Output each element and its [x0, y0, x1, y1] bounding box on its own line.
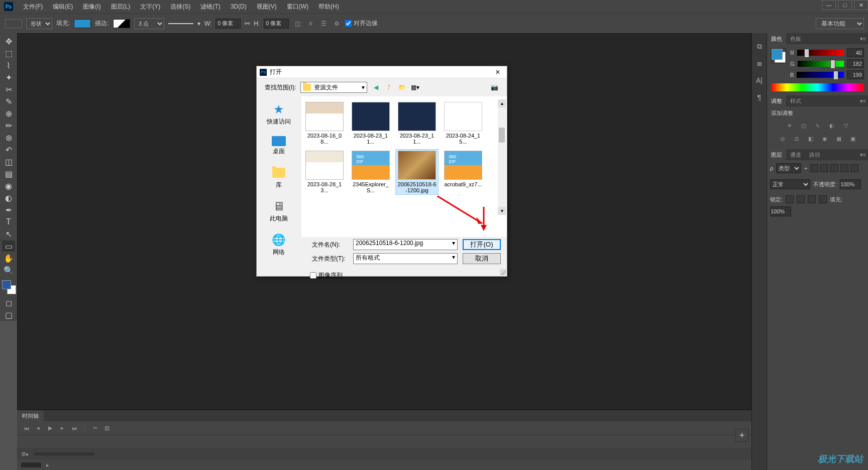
filter-type-icon[interactable]: [830, 164, 838, 172]
height-input[interactable]: [264, 19, 289, 29]
r-slider[interactable]: [797, 50, 844, 56]
zoom-tool[interactable]: 🔍: [2, 265, 15, 276]
menu-view[interactable]: 视图(V): [252, 3, 282, 11]
tab-timeline[interactable]: 时间轴: [17, 410, 44, 421]
align-edges-checkbox[interactable]: [345, 20, 352, 27]
align-icon[interactable]: ≡: [306, 19, 315, 28]
last-frame-icon[interactable]: ⏭: [70, 425, 78, 431]
b-input[interactable]: [847, 70, 864, 79]
zoom-slider[interactable]: [34, 452, 94, 455]
history-icon[interactable]: ⧉: [754, 41, 765, 51]
next-frame-icon[interactable]: ▸: [58, 425, 66, 431]
file-item-selected[interactable]: 20062510518-6-1200.jpg: [395, 149, 439, 195]
hue-icon[interactable]: ◎: [778, 134, 787, 143]
up-icon[interactable]: ⤴: [384, 83, 393, 92]
tab-color[interactable]: 颜色: [767, 33, 786, 44]
heal-tool[interactable]: ⊕: [2, 108, 15, 119]
lookin-combo[interactable]: 资源文件 ▾: [300, 82, 368, 93]
scroll-up-icon[interactable]: ▴: [498, 99, 506, 107]
menu-help[interactable]: 帮助(H): [313, 3, 344, 11]
menu-type[interactable]: 文字(Y): [135, 3, 165, 11]
close-button[interactable]: ✕: [854, 0, 868, 10]
first-frame-icon[interactable]: ⏮: [22, 425, 30, 431]
filetype-select[interactable]: 所有格式▾: [353, 253, 458, 264]
add-media-button[interactable]: +: [735, 429, 748, 442]
scroll-down-icon[interactable]: ▾: [498, 207, 506, 215]
sidebar-thispc[interactable]: 🖥此电脑: [257, 196, 300, 226]
tab-layers[interactable]: 图层: [767, 149, 786, 160]
sidebar-library[interactable]: 库: [257, 163, 300, 192]
filter-adjust-icon[interactable]: [820, 164, 828, 172]
prev-frame-icon[interactable]: ◂: [34, 425, 42, 431]
curves-icon[interactable]: ∿: [813, 121, 822, 130]
width-input[interactable]: [215, 19, 241, 29]
file-item[interactable]: 2023-08-28_13...: [303, 149, 346, 195]
play-icon[interactable]: ▶: [46, 425, 54, 431]
g-slider[interactable]: [798, 61, 844, 67]
status-menu-icon[interactable]: ▸: [46, 462, 49, 468]
opacity-input[interactable]: [840, 179, 861, 189]
crop-tool[interactable]: ✂: [2, 84, 15, 95]
file-item[interactable]: 2023-08-23_11...: [349, 100, 392, 146]
cancel-button[interactable]: 取消: [463, 253, 501, 264]
tool-preset-icon[interactable]: [5, 19, 22, 28]
balance-icon[interactable]: ⚖: [792, 134, 801, 143]
menu-layer[interactable]: 图层(L): [106, 3, 136, 11]
photo-filter-icon[interactable]: ◉: [820, 134, 829, 143]
move-tool[interactable]: ✥: [2, 36, 15, 47]
tab-swatches[interactable]: 色板: [786, 33, 805, 44]
adjustments-panel-menu-icon[interactable]: ▾≡: [860, 98, 866, 104]
character-icon[interactable]: A|: [754, 75, 765, 85]
filename-input[interactable]: 20062510518-6-1200.jpg▾: [353, 239, 458, 250]
image-sequence-checkbox[interactable]: [310, 272, 316, 279]
scroll-thumb[interactable]: [499, 128, 505, 143]
filter-shape-icon[interactable]: [840, 164, 848, 172]
arrange-icon[interactable]: ☰: [319, 19, 328, 28]
layer-filter-select[interactable]: 类型: [776, 163, 801, 173]
dodge-tool[interactable]: ◐: [2, 192, 15, 203]
lock-all-icon[interactable]: [808, 195, 816, 203]
lookup-icon[interactable]: ▣: [848, 134, 857, 143]
workspace-select[interactable]: 基本功能: [816, 18, 864, 29]
menu-image[interactable]: 图像(I): [78, 3, 105, 11]
file-item[interactable]: 2023-08-16_08...: [303, 100, 346, 146]
mixer-icon[interactable]: ▦: [834, 134, 843, 143]
paragraph-icon[interactable]: ¶: [754, 92, 765, 102]
maximize-button[interactable]: □: [838, 0, 852, 10]
menu-3d[interactable]: 3D(D): [226, 3, 252, 10]
sidebar-desktop[interactable]: 桌面: [257, 133, 300, 159]
color-panel-menu-icon[interactable]: ▾≡: [860, 36, 866, 42]
filter-smart-icon[interactable]: [850, 164, 858, 172]
tab-adjustments[interactable]: 调整: [767, 95, 786, 106]
back-icon[interactable]: ◀: [371, 83, 380, 92]
path-select-tool[interactable]: ↖: [2, 228, 15, 240]
gear-icon[interactable]: ⚙: [332, 19, 341, 28]
blend-mode-select[interactable]: 正常: [770, 179, 810, 189]
history-brush-tool[interactable]: ↶: [2, 144, 15, 155]
exposure-icon[interactable]: ◐: [827, 121, 836, 130]
hand-tool[interactable]: ✋: [2, 253, 15, 264]
stroke-swatch[interactable]: [113, 19, 130, 28]
screenmode-tool[interactable]: ▢: [2, 309, 15, 320]
link-wh-icon[interactable]: ⚯: [245, 20, 250, 27]
properties-icon[interactable]: ≣: [754, 58, 765, 68]
foreground-color-swatch[interactable]: [2, 280, 11, 289]
pen-tool[interactable]: ✒: [2, 204, 15, 215]
cut-icon[interactable]: ✂: [91, 425, 99, 431]
blur-tool[interactable]: ◉: [2, 180, 15, 191]
timeline-options-icon[interactable]: ⚙▸: [21, 451, 29, 457]
resize-grip[interactable]: [500, 269, 506, 275]
camera-icon[interactable]: 📷: [490, 83, 499, 92]
file-item[interactable]: acrobat9_xz7...: [442, 149, 485, 195]
levels-icon[interactable]: ◫: [799, 121, 808, 130]
menu-select[interactable]: 选择(S): [165, 3, 195, 11]
layers-panel-menu-icon[interactable]: ▾≡: [860, 152, 866, 158]
wand-tool[interactable]: ✦: [2, 72, 15, 83]
brightness-icon[interactable]: ☀: [785, 121, 794, 130]
transition-icon[interactable]: ▨: [103, 425, 111, 431]
file-item[interactable]: 2023-08-24_15...: [442, 100, 485, 146]
sidebar-quickaccess[interactable]: ★快速访问: [257, 99, 300, 129]
lock-pixels-icon[interactable]: [786, 195, 794, 203]
lasso-tool[interactable]: ⌇: [2, 60, 15, 71]
bw-icon[interactable]: ◧: [806, 134, 815, 143]
